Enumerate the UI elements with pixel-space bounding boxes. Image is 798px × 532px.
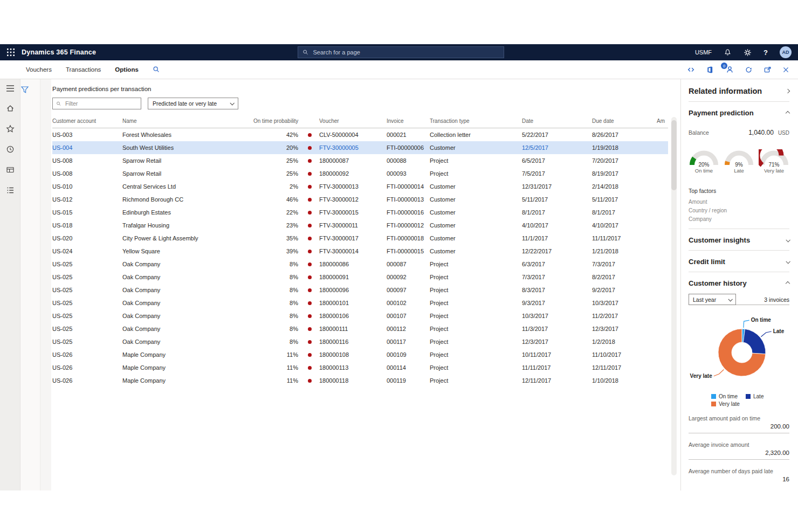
sidebar-item-modules[interactable] xyxy=(6,186,15,195)
col-on-time-probability[interactable]: On time probability xyxy=(253,118,300,124)
cell-name: Edinburgh Estates xyxy=(122,209,253,216)
table-row[interactable]: US-025Oak Company8%180000116000117Projec… xyxy=(52,335,668,348)
app-title[interactable]: Dynamics 365 Finance xyxy=(22,49,96,56)
filter-pane-rail xyxy=(20,79,40,490)
open-in-new-window-button[interactable] xyxy=(763,66,772,74)
home-icon xyxy=(6,104,15,113)
table-row[interactable]: US-003Forest Wholesales42%CLV-5000000400… xyxy=(52,128,668,141)
page-search-input[interactable] xyxy=(312,49,499,56)
dynamics-app-window: Dynamics 365 Finance USMF ? AD Vouchers … xyxy=(0,44,798,490)
open-in-office-button[interactable] xyxy=(706,66,714,74)
tab-transactions[interactable]: Transactions xyxy=(66,66,101,73)
scrollbar-thumb[interactable] xyxy=(671,120,677,190)
cell-invoice: 000102 xyxy=(387,300,430,306)
sidebar-item-home[interactable] xyxy=(6,104,15,113)
table-row[interactable]: US-025Oak Company8%180000106000107Projec… xyxy=(52,309,668,322)
cell-date: 11/1/2017 xyxy=(522,235,592,241)
table-row[interactable]: US-025Oak Company8%180000096000097Projec… xyxy=(52,284,668,296)
gauge-on-time: 20%On time xyxy=(689,149,719,174)
tab-options[interactable]: Options xyxy=(115,66,138,73)
prediction-filter-dropdown[interactable]: Predicted late or very late xyxy=(148,98,238,109)
table-row[interactable]: US-004South West Utilities20%FTV-3000000… xyxy=(52,141,668,154)
cell-probability: 11% xyxy=(253,377,300,384)
table-row[interactable]: US-012Richmond Borough CC46%FTV-30000012… xyxy=(52,193,668,206)
grid-filter-input[interactable] xyxy=(64,100,137,107)
col-customer-account[interactable]: Customer account xyxy=(52,118,122,124)
table-row[interactable]: US-025Oak Company8%180000101000102Projec… xyxy=(52,296,668,309)
col-transaction-type[interactable]: Transaction type xyxy=(430,118,522,124)
panel-header[interactable]: Related information xyxy=(689,87,789,95)
table-row[interactable]: US-008Sparrow Retail25%180000087000088Pr… xyxy=(52,154,668,167)
risk-dot xyxy=(308,185,312,189)
show-links-button[interactable] xyxy=(687,66,695,74)
cell-invoice: FTI-00000015 xyxy=(387,248,430,254)
cell-customer-account[interactable]: US-004 xyxy=(52,144,122,151)
grid-scrollbar[interactable] xyxy=(668,79,680,490)
col-due-date[interactable]: Due date xyxy=(592,118,657,124)
risk-dot xyxy=(308,314,312,318)
table-row[interactable]: US-025Oak Company8%180000086000087Projec… xyxy=(52,258,668,271)
section-payment-prediction[interactable]: Payment prediction xyxy=(689,109,789,117)
table-row[interactable]: US-008Sparrow Retail25%180000092000093Pr… xyxy=(52,167,668,180)
attachments-button[interactable]: 0 xyxy=(725,65,734,74)
table-row[interactable]: US-025Oak Company8%180000091000092Projec… xyxy=(52,271,668,284)
cell-customer-account: US-025 xyxy=(52,274,122,280)
cell-invoice: FTI-00000013 xyxy=(387,196,430,203)
refresh-button[interactable] xyxy=(745,66,753,74)
close-button[interactable] xyxy=(782,66,789,73)
col-invoice[interactable]: Invoice xyxy=(387,118,430,124)
sidebar-item-recent[interactable] xyxy=(6,145,15,154)
help-button[interactable]: ? xyxy=(763,49,768,57)
col-amount[interactable]: Am xyxy=(657,118,668,124)
filter-pane-button[interactable] xyxy=(20,86,40,94)
tab-vouchers[interactable]: Vouchers xyxy=(26,66,52,73)
table-row[interactable]: US-010Central Services Ltd2%FTV-30000013… xyxy=(52,180,668,193)
table-row[interactable]: US-026Maple Company11%180000118000119Pro… xyxy=(52,374,668,387)
cell-date[interactable]: 12/5/2017 xyxy=(522,144,592,151)
sidebar-item-favorites[interactable] xyxy=(6,125,15,133)
col-date[interactable]: Date xyxy=(522,118,592,124)
scrollbar-track[interactable] xyxy=(671,117,677,475)
company-selector[interactable]: USMF xyxy=(695,49,712,56)
app-launcher-button[interactable] xyxy=(0,49,22,56)
table-row[interactable]: US-018Trafalgar Housing23%FTV-30000011FT… xyxy=(52,219,668,232)
cell-name: Oak Company xyxy=(122,287,253,293)
related-information-panel: Related information Payment prediction B… xyxy=(680,79,798,490)
chevron-down-icon xyxy=(786,238,790,242)
col-name[interactable]: Name xyxy=(122,118,253,124)
col-voucher[interactable]: Voucher xyxy=(319,118,387,124)
cell-invoice: 000087 xyxy=(387,261,430,267)
donut-slice-late xyxy=(743,329,766,354)
cell-invoice: 000109 xyxy=(387,351,430,358)
table-row[interactable]: US-015Edinburgh Estates22%FTV-30000015FT… xyxy=(52,206,668,219)
divider xyxy=(689,101,789,102)
notifications-button[interactable] xyxy=(724,49,732,57)
expand-menu-button[interactable] xyxy=(6,85,15,92)
table-row[interactable]: US-024Yellow Square39%FTV-30000014FTI-00… xyxy=(52,245,668,258)
grid-filter-box[interactable] xyxy=(52,98,141,109)
cell-date: 8/1/2017 xyxy=(522,209,592,216)
cell-customer-account: US-025 xyxy=(52,300,122,306)
sidebar-item-workspaces[interactable] xyxy=(6,165,15,174)
actionbar-search-button[interactable] xyxy=(153,66,160,73)
cell-transaction-type: Customer xyxy=(430,183,522,190)
section-customer-insights[interactable]: Customer insights xyxy=(689,236,789,244)
table-row[interactable]: US-020City Power & Light Assembly35%FTV-… xyxy=(52,232,668,245)
search-icon xyxy=(302,49,308,56)
section-credit-limit[interactable]: Credit limit xyxy=(689,258,789,266)
cell-voucher: 180000118 xyxy=(319,377,387,384)
section-customer-history[interactable]: Customer history xyxy=(689,279,789,287)
stat-label: Average number of days paid late xyxy=(689,468,789,474)
history-period-value: Last year xyxy=(693,296,716,303)
history-period-dropdown[interactable]: Last year xyxy=(689,294,736,305)
table-row[interactable]: US-025Oak Company8%180000111000112Projec… xyxy=(52,322,668,335)
cell-voucher[interactable]: FTV-30000005 xyxy=(319,144,387,151)
left-navigation-rail xyxy=(0,79,20,490)
table-row[interactable]: US-026Maple Company11%180000113000114Pro… xyxy=(52,361,668,374)
page-search-box[interactable] xyxy=(298,46,504,58)
cell-risk-dot xyxy=(300,353,319,357)
cell-voucher: FTV-30000013 xyxy=(319,183,387,190)
table-row[interactable]: US-026Maple Company11%180000108000109Pro… xyxy=(52,348,668,361)
settings-button[interactable] xyxy=(744,49,752,57)
avatar[interactable]: AD xyxy=(780,46,792,58)
